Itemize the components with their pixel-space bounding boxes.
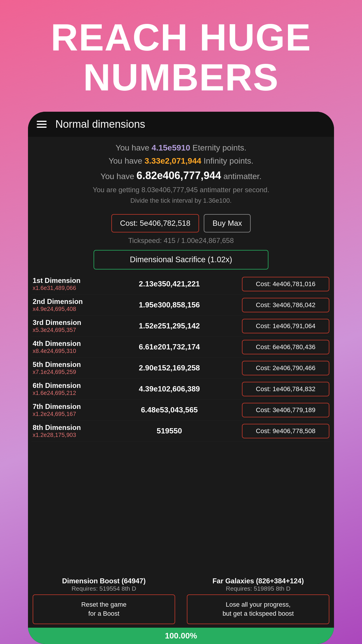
table-row: 6th Dimension x1.6e24,695,212 4.39e102,6…	[31, 379, 331, 400]
table-row: 5th Dimension x7.1e24,695,259 2.90e152,1…	[31, 358, 331, 379]
infinity-value: 3.33e2,071,944	[145, 156, 201, 165]
dim-label-4: 4th Dimension x8.4e24,695,310	[33, 340, 97, 354]
tickspeed-display: Tickspeed: 415 / 1.00e24,867,658	[28, 235, 334, 248]
stats-area: You have 4.15e5910 Eternity points. You …	[28, 137, 334, 211]
dim-label-5: 5th Dimension x7.1e24,695,259	[33, 360, 97, 375]
table-row: 7th Dimension x1.2e24,695,167 6.48e53,04…	[31, 400, 331, 421]
boost-right-sub: Requires: 519895 8th D	[187, 585, 329, 592]
headline: REACH HUGE NUMBERS	[27, 0, 335, 112]
progress-label: 100.00%	[165, 631, 197, 640]
dim-cost-button-2[interactable]: Cost: 3e406,786,042	[242, 298, 329, 312]
antimatter-value: 6.82e406,777,944	[136, 169, 221, 181]
dim-label-2: 2nd Dimension x4.9e24,695,408	[33, 298, 97, 312]
buy-max-button[interactable]: Buy Max	[204, 214, 251, 232]
headline-line1: REACH HUGE	[51, 16, 311, 59]
dim-cost-button-6[interactable]: Cost: 1e406,784,832	[242, 382, 329, 396]
table-row: 4th Dimension x8.4e24,695,310 6.61e201,7…	[31, 337, 331, 358]
headline-line2: NUMBERS	[83, 56, 279, 99]
boost-right-title: Far Galaxies (826+384+124)	[187, 577, 329, 585]
boost-left-header: Dimension Boost (64947) Requires: 519554…	[33, 577, 175, 592]
dim-cost-button-8[interactable]: Cost: 9e406,778,508	[242, 424, 329, 438]
sacrifice-button[interactable]: Dimensional Sacrifice (1.02x)	[94, 250, 268, 270]
cost-buttons-row: Cost: 5e406,782,518 Buy Max	[28, 211, 334, 235]
phone-frame: Normal dimensions You have 4.15e5910 Ete…	[28, 112, 334, 644]
reset-boost-button[interactable]: Reset the gamefor a Boost	[33, 594, 175, 624]
boost-buttons: Reset the gamefor a Boost Lose all your …	[31, 594, 331, 628]
boost-left-sub: Requires: 519554 8th D	[33, 585, 175, 592]
antimatter-stat: You have 6.82e406,777,944 antimatter.	[34, 168, 328, 183]
dim-label-7: 7th Dimension x1.2e24,695,167	[33, 402, 97, 417]
dim-cost-button-1[interactable]: Cost: 4e406,781,016	[242, 277, 329, 291]
progress-bar: 100.00%	[28, 628, 334, 644]
eternity-value: 4.15e5910	[152, 143, 190, 152]
dim-label-1: 1st Dimension x1.6e31,489,066	[33, 276, 97, 291]
dimensions-list: 1st Dimension x1.6e31,489,066 2.13e350,4…	[28, 274, 334, 573]
dim-cost-button-4[interactable]: Cost: 6e406,780,436	[242, 340, 329, 354]
boost-area: Dimension Boost (64947) Requires: 519554…	[28, 573, 334, 628]
table-row: 1st Dimension x1.6e31,489,066 2.13e350,4…	[31, 274, 331, 295]
cost-button[interactable]: Cost: 5e406,782,518	[111, 214, 199, 232]
infinity-stat: You have 3.33e2,071,944 Infinity points.	[34, 155, 328, 167]
boost-right-header: Far Galaxies (826+384+124) Requires: 519…	[187, 577, 329, 592]
tickspeed-boost-button[interactable]: Lose all your progress,but get a tickspe…	[187, 594, 329, 624]
dim-cost-button-5[interactable]: Cost: 2e406,790,466	[242, 361, 329, 375]
top-bar: Normal dimensions	[28, 112, 334, 137]
dim-cost-button-3[interactable]: Cost: 1e406,791,064	[242, 319, 329, 333]
dim-label-3: 3rd Dimension x5.3e24,695,357	[33, 318, 97, 333]
eternity-stat: You have 4.15e5910 Eternity points.	[34, 142, 328, 153]
dim-label-8: 8th Dimension x1.2e28,175,903	[33, 424, 97, 438]
dim-cost-button-7[interactable]: Cost: 3e406,779,189	[242, 403, 329, 417]
table-row: 3rd Dimension x5.3e24,695,357 1.52e251,2…	[31, 316, 331, 337]
sacrifice-row: Dimensional Sacrifice (1.02x)	[28, 248, 334, 274]
screen-title: Normal dimensions	[55, 118, 145, 130]
boost-left-title: Dimension Boost (64947)	[33, 577, 175, 585]
table-row: 8th Dimension x1.2e28,175,903 519550 Cos…	[31, 421, 331, 442]
dim-label-6: 6th Dimension x1.6e24,695,212	[33, 382, 97, 396]
per-second-stat: You are getting 8.03e406,777,945 antimat…	[34, 185, 328, 195]
table-row: 2nd Dimension x4.9e24,695,408 1.95e300,8…	[31, 295, 331, 316]
boost-headers: Dimension Boost (64947) Requires: 519554…	[31, 577, 331, 594]
tick-interval-stat: Divide the tick interval by 1.36e100.	[34, 196, 328, 205]
menu-button[interactable]	[37, 121, 47, 128]
